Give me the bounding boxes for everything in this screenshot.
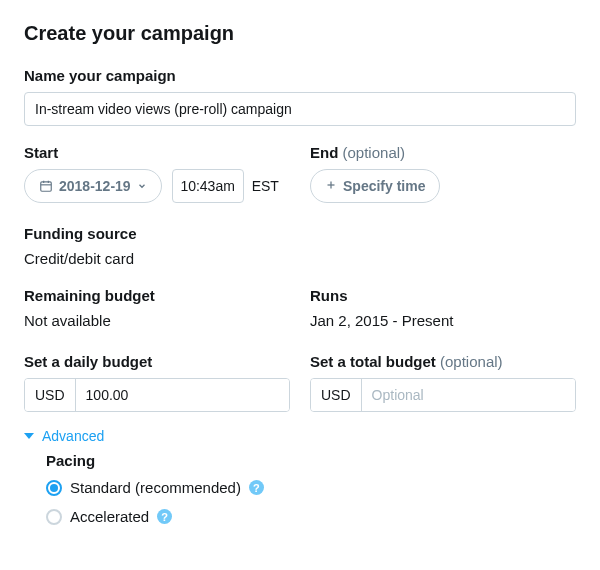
remaining-budget-value: Not available: [24, 312, 290, 329]
funding-source-value: Credit/debit card: [24, 250, 576, 267]
pacing-label: Pacing: [46, 452, 576, 469]
end-label: End (optional): [310, 144, 576, 161]
specify-end-time-button[interactable]: Specify time: [310, 169, 440, 203]
radio-icon: [46, 509, 62, 525]
total-budget-input[interactable]: [362, 379, 575, 411]
start-date-value: 2018-12-19: [59, 178, 131, 194]
caret-down-icon: [24, 433, 34, 439]
runs-label: Runs: [310, 287, 576, 304]
calendar-icon: [39, 179, 53, 193]
daily-budget-group: USD: [24, 378, 290, 412]
start-date-button[interactable]: 2018-12-19: [24, 169, 162, 203]
svg-rect-0: [41, 182, 52, 191]
pacing-option-accelerated[interactable]: Accelerated ?: [46, 508, 576, 525]
start-label: Start: [24, 144, 290, 161]
plus-icon: [325, 178, 337, 194]
chevron-down-icon: [137, 181, 147, 191]
campaign-name-input[interactable]: [24, 92, 576, 126]
page-title: Create your campaign: [24, 22, 576, 45]
campaign-name-label: Name your campaign: [24, 67, 576, 84]
total-budget-label: Set a total budget (optional): [310, 353, 576, 370]
start-time-input[interactable]: [172, 169, 244, 203]
remaining-budget-label: Remaining budget: [24, 287, 290, 304]
total-currency-label: USD: [311, 379, 362, 411]
timezone-label: EST: [252, 178, 279, 194]
pacing-standard-label: Standard (recommended): [70, 479, 241, 496]
radio-icon: [46, 480, 62, 496]
specify-time-label: Specify time: [343, 178, 425, 194]
daily-currency-label: USD: [25, 379, 76, 411]
daily-budget-input[interactable]: [76, 379, 289, 411]
pacing-accelerated-label: Accelerated: [70, 508, 149, 525]
funding-source-label: Funding source: [24, 225, 576, 242]
help-icon[interactable]: ?: [157, 509, 172, 524]
runs-value: Jan 2, 2015 - Present: [310, 312, 576, 329]
advanced-toggle[interactable]: Advanced: [24, 428, 104, 444]
advanced-label: Advanced: [42, 428, 104, 444]
pacing-option-standard[interactable]: Standard (recommended) ?: [46, 479, 576, 496]
help-icon[interactable]: ?: [249, 480, 264, 495]
total-budget-group: USD: [310, 378, 576, 412]
daily-budget-label: Set a daily budget: [24, 353, 290, 370]
